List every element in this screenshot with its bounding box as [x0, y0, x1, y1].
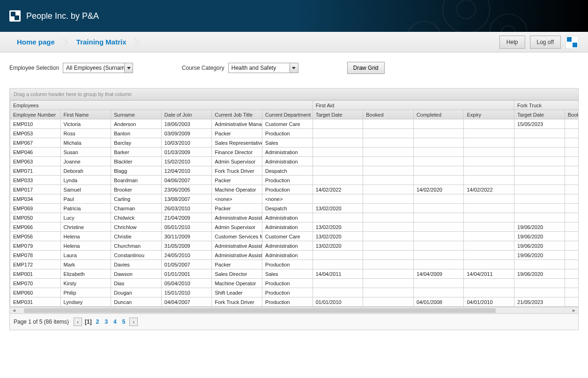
cell-fn[interactable]: Ross — [60, 129, 111, 138]
scrollbar-thumb[interactable] — [24, 308, 496, 313]
cell-doj[interactable]: 31/05/2009 — [161, 241, 212, 251]
cell-ft_b[interactable] — [565, 129, 578, 138]
cell-sn[interactable]: Carling — [111, 194, 162, 204]
cell-fn[interactable]: Philip — [60, 288, 111, 297]
table-row[interactable]: EMP001ElizabethDawson01/01/2001Sales Dir… — [10, 269, 579, 279]
cell-emp[interactable]: EMP067 — [10, 138, 61, 148]
cell-job[interactable]: Customer Services Manager — [212, 232, 262, 241]
cell-emp[interactable]: EMP031 — [10, 297, 61, 307]
cell-fa_e[interactable] — [464, 129, 514, 138]
cell-fa_t[interactable]: 13/02/2020 — [313, 232, 363, 241]
cell-fa_e[interactable] — [464, 194, 514, 204]
table-row[interactable]: EMP010VictoriaAnderson18/06/2003Administ… — [10, 119, 579, 129]
cell-fn[interactable]: Mark — [60, 260, 111, 269]
cell-sn[interactable]: Chidwick — [111, 213, 162, 222]
cell-emp[interactable]: EMP033 — [10, 176, 61, 185]
cell-job[interactable]: Packer — [212, 129, 262, 138]
cell-ft_b[interactable] — [565, 232, 578, 241]
cell-doj[interactable]: 15/01/2010 — [161, 288, 212, 297]
cell-fa_c[interactable] — [413, 288, 464, 297]
cell-sn[interactable]: Davies — [111, 260, 162, 269]
col-ft-booked[interactable]: Booked — [565, 110, 578, 119]
cell-emp[interactable]: EMP079 — [10, 241, 61, 251]
cell-fa_b[interactable] — [363, 251, 414, 260]
breadcrumb-home[interactable]: Home page — [9, 38, 62, 46]
chevron-down-icon[interactable] — [290, 63, 298, 73]
cell-ft_t[interactable]: 19/06/2020 — [514, 232, 565, 241]
cell-sn[interactable]: Brooker — [111, 185, 162, 194]
cell-ft_b[interactable] — [565, 185, 578, 194]
cell-sn[interactable]: Blagg — [111, 166, 162, 176]
col-job-title[interactable]: Current Job Title — [212, 110, 262, 119]
logoff-button[interactable]: Log off — [530, 36, 561, 49]
cell-fa_b[interactable] — [363, 288, 414, 297]
cell-fa_c[interactable] — [413, 176, 464, 185]
cell-dept[interactable]: Administration — [262, 241, 313, 251]
cell-fa_e[interactable] — [464, 279, 514, 288]
cell-sn[interactable]: Christie — [111, 232, 162, 241]
table-row[interactable]: EMP031LyndseyDuncan04/04/2007Fork Truck … — [10, 297, 579, 307]
cell-job[interactable]: Fork Truck Driver — [212, 166, 262, 176]
band-fork-truck[interactable]: Fork Truck — [514, 101, 578, 110]
cell-dept[interactable]: Production — [262, 260, 313, 269]
cell-emp[interactable]: EMP172 — [10, 260, 61, 269]
cell-fa_t[interactable] — [313, 129, 363, 138]
cell-fa_b[interactable] — [363, 269, 414, 279]
cell-job[interactable]: Shift Leader — [212, 288, 262, 297]
cell-ft_b[interactable] — [565, 119, 578, 129]
chevron-down-icon[interactable] — [124, 63, 133, 73]
cell-fn[interactable]: Samuel — [60, 185, 111, 194]
cell-job[interactable]: Administrative Assistant — [212, 213, 262, 222]
cell-emp[interactable]: EMP071 — [10, 166, 61, 176]
cell-fn[interactable]: Joanne — [60, 157, 111, 166]
cell-emp[interactable]: EMP069 — [10, 204, 61, 213]
cell-job[interactable]: Packer — [212, 176, 262, 185]
cell-emp[interactable]: EMP010 — [10, 119, 61, 129]
cell-ft_b[interactable] — [565, 204, 578, 213]
cell-job[interactable]: Sales Director — [212, 269, 262, 279]
cell-job[interactable]: <none> — [212, 194, 262, 204]
col-fa-booked[interactable]: Booked — [363, 110, 414, 119]
cell-dept[interactable]: Administration — [262, 148, 313, 157]
pager-next-button[interactable]: › — [129, 318, 138, 326]
table-row[interactable]: EMP053RossBanton03/09/2009PackerProducti… — [10, 129, 579, 138]
cell-job[interactable]: Machine Operator — [212, 279, 262, 288]
breadcrumb-training-matrix[interactable]: Training Matrix — [69, 38, 134, 46]
cell-fa_b[interactable] — [363, 241, 414, 251]
cell-fa_e[interactable] — [464, 204, 514, 213]
cell-emp[interactable]: EMP001 — [10, 269, 61, 279]
cell-fa_t[interactable]: 13/02/2020 — [313, 241, 363, 251]
cell-fa_t[interactable]: 13/02/2020 — [313, 222, 363, 232]
cell-emp[interactable]: EMP070 — [10, 279, 61, 288]
cell-job[interactable]: Packer — [212, 260, 262, 269]
cell-dept[interactable]: <none> — [262, 194, 313, 204]
cell-dept[interactable]: Customer Care — [262, 232, 313, 241]
cell-doj[interactable]: 21/04/2009 — [161, 213, 212, 222]
cell-fa_e[interactable] — [464, 119, 514, 129]
cell-emp[interactable]: EMP034 — [10, 194, 61, 204]
cell-dept[interactable]: Production — [262, 297, 313, 307]
table-row[interactable]: EMP050LucyChidwick21/04/2009Administrati… — [10, 213, 579, 222]
cell-ft_b[interactable] — [565, 241, 578, 251]
cell-fa_b[interactable] — [363, 204, 414, 213]
cell-fa_e[interactable] — [464, 157, 514, 166]
cell-fa_e[interactable] — [464, 288, 514, 297]
cell-sn[interactable]: Dias — [111, 279, 162, 288]
cell-fa_t[interactable] — [313, 157, 363, 166]
cell-fa_t[interactable] — [313, 148, 363, 157]
cell-ft_t[interactable]: 19/06/2020 — [514, 241, 565, 251]
cell-dept[interactable]: Administration — [262, 157, 313, 166]
table-row[interactable]: EMP069PatriciaCharman26/03/2010PackerDes… — [10, 204, 579, 213]
cell-fa_b[interactable] — [363, 129, 414, 138]
cell-fa_t[interactable]: 14/02/2022 — [313, 185, 363, 194]
cell-fn[interactable]: Deborah — [60, 166, 111, 176]
cell-ft_t[interactable] — [514, 148, 565, 157]
cell-ft_b[interactable] — [565, 269, 578, 279]
cell-sn[interactable]: Barker — [111, 148, 162, 157]
group-by-hint[interactable]: Drag a column header here to group by th… — [10, 89, 578, 100]
cell-fn[interactable]: Elizabeth — [60, 269, 111, 279]
cell-ft_b[interactable] — [565, 194, 578, 204]
cell-sn[interactable]: Anderson — [111, 119, 162, 129]
app-switcher-icon[interactable] — [566, 36, 579, 49]
cell-fa_c[interactable]: 14/02/2020 — [413, 185, 464, 194]
